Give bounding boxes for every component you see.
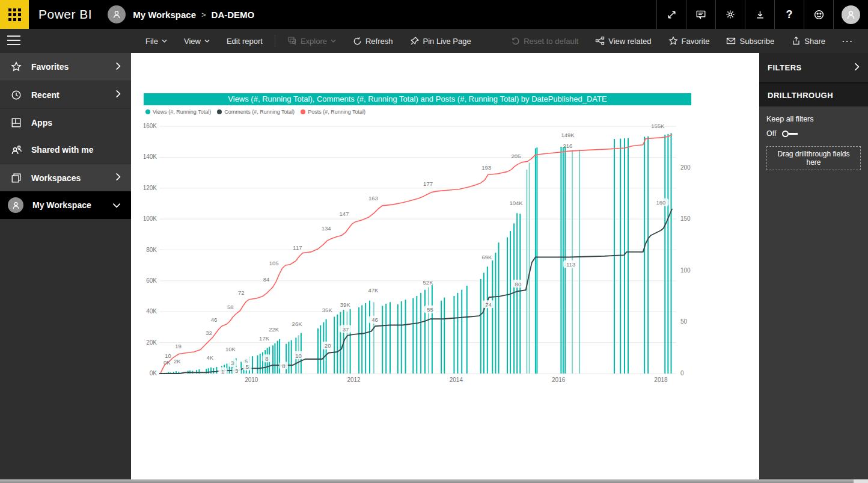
legend-item-comments: Comments (#, Running Total) — [217, 109, 295, 115]
svg-text:149K: 149K — [561, 132, 575, 138]
refresh-button[interactable]: Refresh — [344, 29, 402, 53]
star-icon — [668, 36, 678, 46]
svg-text:74: 74 — [485, 301, 492, 308]
help-icon[interactable]: ? — [774, 0, 804, 29]
svg-text:3: 3 — [235, 368, 238, 374]
svg-text:47K: 47K — [368, 287, 379, 294]
hamburger-menu-icon[interactable] — [7, 35, 20, 45]
svg-text:160K: 160K — [144, 123, 157, 129]
svg-text:8: 8 — [282, 363, 285, 369]
svg-text:39K: 39K — [340, 301, 351, 308]
svg-text:117: 117 — [293, 244, 302, 251]
refresh-icon — [353, 37, 362, 46]
svg-text:19: 19 — [175, 343, 182, 349]
breadcrumb-workspace[interactable]: My Workspace — [133, 10, 196, 20]
breadcrumb-report[interactable]: DA-DEMO — [212, 10, 255, 20]
nav-sidebar: Favorites Recent Apps Shared with me — [0, 53, 131, 479]
subscribe-button[interactable]: Subscribe — [718, 29, 783, 53]
horizontal-scrollbar[interactable] — [0, 479, 868, 483]
svg-text:216: 216 — [563, 143, 573, 149]
breadcrumb-separator: > — [201, 10, 206, 19]
menubar-left: File View Edit report Explore Refresh — [137, 29, 480, 53]
svg-text:0: 0 — [680, 370, 684, 377]
svg-text:2K: 2K — [174, 358, 181, 365]
breadcrumb: My Workspace > DA-DEMO — [108, 5, 254, 23]
svg-text:10: 10 — [165, 352, 171, 359]
sidebar-item-shared-with-me[interactable]: Shared with me — [0, 136, 131, 164]
people-icon — [10, 144, 22, 156]
view-menu[interactable]: View — [176, 29, 218, 53]
filters-header[interactable]: FILTERS — [759, 53, 868, 82]
chart-plot-area[interactable]: 0K20K40K60K80K100K120K140K160K0501001502… — [144, 117, 691, 386]
svg-text:140K: 140K — [144, 153, 157, 160]
svg-text:104K: 104K — [509, 200, 523, 206]
menubar-divider — [275, 34, 275, 48]
feedback-icon[interactable] — [686, 0, 715, 29]
more-options-button[interactable]: ··· — [834, 29, 862, 53]
keep-all-filters-toggle[interactable] — [782, 131, 798, 137]
svg-text:80K: 80K — [146, 247, 157, 253]
chevron-right-icon — [115, 173, 121, 183]
reset-icon — [511, 37, 520, 46]
account-avatar[interactable] — [833, 0, 868, 29]
svg-text:60K: 60K — [146, 277, 157, 284]
avatar — [8, 197, 23, 213]
svg-text:177: 177 — [423, 180, 433, 187]
combo-chart-visual[interactable]: Views (#, Running Total), Comments (#, R… — [144, 93, 691, 386]
topbar-actions: ? — [656, 0, 868, 29]
svg-text:113: 113 — [566, 261, 575, 268]
waffle-grid-icon — [8, 8, 21, 21]
star-icon — [10, 61, 22, 72]
filters-panel: FILTERS DRILLTHROUGH Keep all filters Of… — [759, 53, 868, 479]
svg-text:69K: 69K — [481, 254, 492, 260]
chart-title: Views (#, Running Total), Comments (#, R… — [144, 93, 691, 105]
edit-report-button[interactable]: Edit report — [218, 29, 271, 53]
workspaces-icon — [10, 173, 22, 183]
legend-dot — [217, 109, 222, 114]
clock-icon — [10, 90, 22, 100]
sidebar-item-my-workspace[interactable]: My Workspace — [0, 191, 131, 219]
svg-text:5: 5 — [246, 363, 249, 370]
svg-text:134: 134 — [322, 225, 331, 232]
svg-text:163: 163 — [368, 195, 378, 202]
svg-text:2010: 2010 — [245, 377, 258, 383]
chevron-right-icon — [115, 90, 121, 100]
legend-dot — [145, 109, 150, 114]
svg-text:147: 147 — [339, 211, 349, 217]
svg-text:100: 100 — [680, 267, 691, 274]
svg-text:200: 200 — [680, 164, 691, 171]
share-icon — [791, 36, 801, 46]
legend-item-posts: Posts (#, Running Total) — [301, 109, 365, 115]
sidebar-item-workspaces[interactable]: Workspaces — [0, 164, 131, 191]
sidebar-item-favorites[interactable]: Favorites — [0, 53, 131, 81]
download-icon[interactable] — [745, 0, 774, 29]
fullscreen-icon[interactable] — [656, 0, 686, 29]
share-button[interactable]: Share — [783, 29, 834, 53]
settings-icon[interactable] — [715, 0, 745, 29]
app-launcher-icon[interactable] — [0, 0, 29, 29]
workspace-avatar — [108, 5, 126, 23]
svg-text:40K: 40K — [146, 308, 157, 315]
pin-live-page-button[interactable]: Pin Live Page — [402, 29, 480, 53]
legend-dot — [301, 109, 305, 114]
svg-text:46: 46 — [371, 316, 378, 323]
favorite-button[interactable]: Favorite — [660, 29, 718, 53]
file-menu[interactable]: File — [137, 29, 176, 53]
svg-text:72: 72 — [238, 289, 245, 296]
svg-text:46: 46 — [211, 316, 218, 323]
svg-text:193: 193 — [481, 164, 491, 171]
scrollbar-thumb[interactable] — [0, 479, 854, 483]
smiley-icon[interactable] — [804, 0, 833, 29]
svg-text:50: 50 — [680, 318, 688, 325]
svg-text:2012: 2012 — [347, 377, 361, 383]
svg-text:84: 84 — [263, 276, 270, 283]
sidebar-item-recent[interactable]: Recent — [0, 81, 131, 108]
reset-to-default-button: Reset to default — [503, 29, 587, 53]
sidebar-item-apps[interactable]: Apps — [0, 108, 131, 136]
view-related-button[interactable]: View related — [587, 29, 659, 53]
chevron-down-icon — [331, 39, 336, 43]
drillthrough-drop-zone[interactable]: Drag drillthrough fields here — [766, 146, 861, 170]
svg-text:52K: 52K — [423, 279, 434, 286]
svg-text:105: 105 — [269, 260, 279, 266]
powerbi-logo: Power BI — [38, 7, 92, 22]
